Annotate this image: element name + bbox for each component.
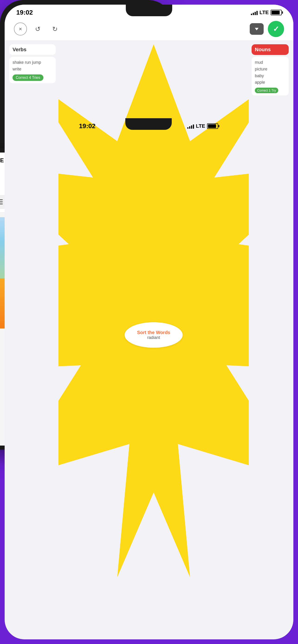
noun-word-1: mud xyxy=(255,59,285,66)
nouns-word-list: mud picture baby apple Correct 1 Try xyxy=(251,57,289,96)
verbs-word-list: shake run jump write Correct 4 Tries xyxy=(9,57,56,83)
main-time: 19:02 xyxy=(79,122,96,130)
verbs-column: Verbs shake run jump write Correct 4 Tri… xyxy=(9,44,56,626)
sort-words-word: radiant xyxy=(147,335,160,340)
svg-rect-1 xyxy=(0,202,3,202)
bottom-status-icons: LTE xyxy=(251,10,282,16)
bottom-phone-notch xyxy=(126,5,172,16)
nouns-column: Nouns mud picture baby apple Correct 1 T… xyxy=(251,44,289,626)
phone-bottom-screen: 19:02 LTE × ↺ ↻ xyxy=(5,5,293,639)
verbs-header: Verbs xyxy=(9,44,56,55)
redo-button[interactable]: ↻ xyxy=(48,22,61,36)
main-status-icons: LTE xyxy=(187,123,218,129)
nouns-header: Nouns xyxy=(251,44,289,55)
sort-words-title: Sort the Words xyxy=(137,330,170,335)
left-lte: LTE xyxy=(0,157,4,164)
verb-word-2: write xyxy=(13,66,53,72)
phone-notch xyxy=(125,118,172,130)
bottom-signal-icon xyxy=(251,10,258,15)
svg-rect-2 xyxy=(0,204,3,204)
dropdown-button[interactable] xyxy=(250,23,264,35)
nouns-title: Nouns xyxy=(255,46,271,52)
bottom-time: 19:02 xyxy=(16,9,33,16)
undo-icon: ↺ xyxy=(35,25,40,33)
noun-word-4: apple xyxy=(255,79,285,86)
nouns-correct-badge: Correct 1 Try xyxy=(255,88,278,93)
main-battery-icon xyxy=(207,123,218,129)
bottom-nav-bar: × ↺ ↻ ✓ xyxy=(5,18,293,41)
svg-marker-43 xyxy=(255,28,258,30)
signal-bars-icon xyxy=(187,124,194,129)
phone-bottom: 19:02 LTE × ↺ ↻ xyxy=(0,0,172,176)
redo-icon: ↻ xyxy=(52,25,58,33)
bottom-close-button[interactable]: × xyxy=(14,22,27,36)
dropdown-arrow-icon xyxy=(254,26,259,32)
bottom-close-icon: × xyxy=(19,26,22,32)
verbs-correct-badge: Correct 4 Tries xyxy=(13,74,43,81)
check-icon: ✓ xyxy=(273,24,279,34)
noun-word-2: picture xyxy=(255,66,285,72)
undo-button[interactable]: ↺ xyxy=(31,22,44,36)
sort-words-oval: Sort the Words radiant xyxy=(125,322,183,348)
bottom-battery-icon xyxy=(271,10,282,15)
verbs-title: Verbs xyxy=(13,46,27,52)
main-lte-label: LTE xyxy=(196,123,205,129)
confirm-button[interactable]: ✓ xyxy=(268,21,284,37)
svg-rect-0 xyxy=(0,199,3,200)
verb-word-1: shake run jump xyxy=(13,59,53,66)
bottom-lte-label: LTE xyxy=(259,10,269,16)
noun-word-3: baby xyxy=(255,72,285,79)
